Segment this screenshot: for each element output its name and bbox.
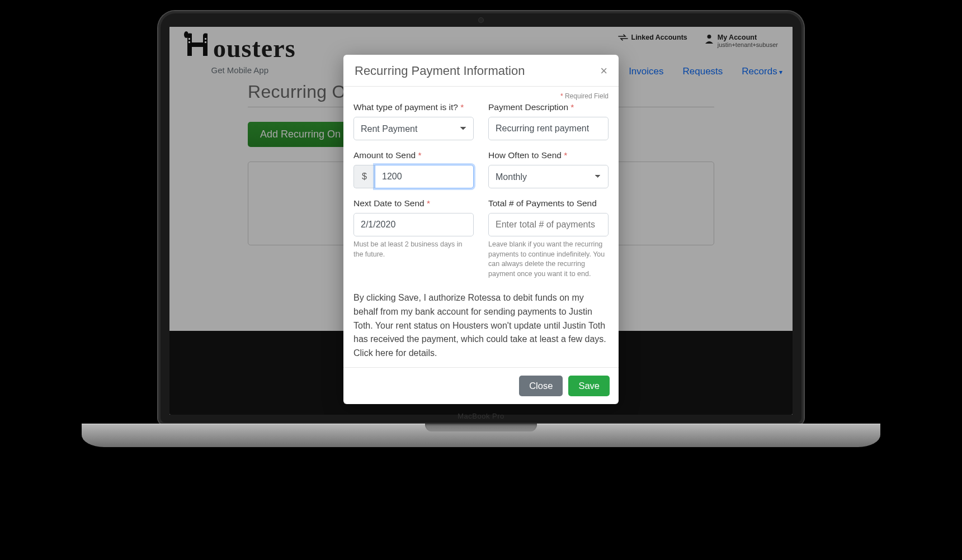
next-date-label: Next Date to Send * [353,198,474,208]
modal-body: * Required Field What type of payment is… [343,87,619,367]
field-payment-description: Payment Description * [488,102,609,140]
payment-type-select[interactable]: Rent Payment [353,117,474,140]
amount-label: Amount to Send * [353,150,474,160]
payment-desc-label: Payment Description * [488,102,609,112]
close-icon[interactable]: × [600,65,607,77]
modal-title: Recurring Payment Information [355,64,525,78]
next-date-label-text: Next Date to Send [353,198,425,208]
field-frequency: How Often to Send * Monthly [488,150,609,188]
field-payment-type: What type of payment is it? * Rent Payme… [353,102,474,140]
frequency-label: How Often to Send * [488,150,609,160]
field-amount: Amount to Send * $ [353,150,474,188]
modal-header: Recurring Payment Information × [343,55,619,87]
field-total-payments: Total # of Payments to Send Leave blank … [488,198,609,279]
close-button[interactable]: Close [519,376,563,396]
modal-footer: Close Save [343,367,619,404]
recurring-payment-modal: Recurring Payment Information × * Requir… [343,55,619,404]
total-payments-label: Total # of Payments to Send [488,198,609,208]
frequency-label-text: How Often to Send [488,150,562,160]
payment-type-label-text: What type of payment is it? [353,102,458,112]
laptop-base [82,424,880,447]
required-note-text: Required Field [565,92,609,100]
next-date-input[interactable] [353,213,474,236]
payment-type-label: What type of payment is it? * [353,102,474,112]
currency-prefix: $ [353,165,375,188]
payment-desc-label-text: Payment Description [488,102,568,112]
total-payments-help: Leave blank if you want the recurring pa… [488,240,609,279]
form-grid: What type of payment is it? * Rent Payme… [353,102,609,279]
trackpad-notch [425,424,537,431]
next-date-help: Must be at least 2 business days in the … [353,240,474,259]
authorization-disclosure: By clicking Save, I authorize Rotessa to… [353,291,609,360]
app-root: ousters Get Mobile App Linked Accounts [169,27,793,415]
screen: ousters Get Mobile App Linked Accounts [169,27,793,415]
field-next-date: Next Date to Send * Must be at least 2 b… [353,198,474,279]
amount-input[interactable] [375,165,474,188]
laptop-frame: ousters Get Mobile App Linked Accounts [158,11,804,425]
required-note: * Required Field [353,92,609,100]
payment-desc-input[interactable] [488,117,609,140]
total-payments-input[interactable] [488,213,609,236]
frequency-select[interactable]: Monthly [488,165,609,188]
device-label: MacBook Pro [458,412,504,420]
save-button[interactable]: Save [568,376,610,396]
amount-label-text: Amount to Send [353,150,416,160]
camera-dot [479,18,483,22]
amount-group: $ [353,165,474,188]
